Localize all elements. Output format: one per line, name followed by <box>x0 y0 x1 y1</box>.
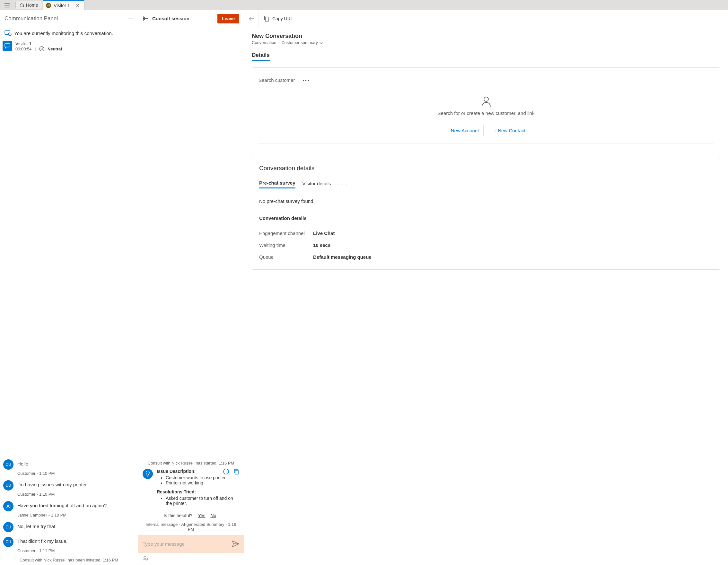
helpful-yes[interactable]: Yes <box>198 513 206 518</box>
resolution-item: Asked customer to turn off and on the pr… <box>166 496 239 506</box>
detail-key: Waiting time <box>259 243 313 248</box>
chat-message: CUNo, let me try that. <box>3 522 135 532</box>
svg-point-4 <box>39 47 44 51</box>
message-input[interactable] <box>143 541 232 547</box>
issue-item: Customer wants to use printer. <box>166 475 239 480</box>
collapse-panel-button[interactable]: — <box>127 15 133 22</box>
copy-url-label: Copy URL <box>272 16 293 21</box>
new-account-button[interactable]: + New Account <box>442 125 484 136</box>
arrow-left-icon <box>249 16 254 21</box>
sentiment-neutral-icon <box>39 46 44 51</box>
customer-card: Search customer --- Search for or create… <box>252 67 720 152</box>
chat-message: CUThat didn't fix my issue. <box>3 537 135 547</box>
detail-value: Live Chat <box>313 231 335 236</box>
resolutions-heading: Resolutions Tried: <box>157 489 239 494</box>
subtab-visitor-details[interactable]: Visitor details <box>303 181 331 188</box>
conv-card-title: Conversation details <box>259 165 713 172</box>
message-meta: Jamie Campbell - 1:10 PM <box>17 513 135 517</box>
ai-suggestion-icon <box>143 469 153 479</box>
form-selector[interactable]: Customer summary <box>281 40 323 45</box>
svg-point-11 <box>484 97 488 102</box>
message-text: No, let me try that. <box>17 522 57 532</box>
copy-icon[interactable] <box>233 469 239 474</box>
session-name: Visitor 1 <box>15 41 62 46</box>
search-customer-value[interactable]: --- <box>303 78 310 83</box>
avatar: JC <box>3 501 13 511</box>
record-title: New Conversation <box>252 33 720 40</box>
entity-name: Conversation <box>252 40 276 45</box>
app-tab-bar: Home V1 Visitor 1 ✕ <box>0 0 728 10</box>
message-text: That didn't fix my issue. <box>17 537 67 547</box>
visitor-tab-label: Visitor 1 <box>54 3 70 8</box>
comm-panel-title: Communication Panel <box>4 15 58 22</box>
empty-customer-msg: Search for or create a new customer, and… <box>259 110 714 116</box>
helpful-prompt: Is this helpful? Yes No <box>143 513 239 518</box>
chat-channel-icon <box>3 41 12 51</box>
subtab-prechat[interactable]: Pre-chat survey <box>259 180 295 189</box>
sentiment-label: Neutral <box>48 47 62 51</box>
system-message: Consult with Nick Russell has been initi… <box>3 558 135 562</box>
visitor-tab[interactable]: V1 Visitor 1 ✕ <box>43 0 84 10</box>
svg-rect-10 <box>265 17 269 21</box>
detail-key: Engagement channel <box>259 231 313 236</box>
chat-message: CUI'm having issues with my printer <box>3 480 135 490</box>
monitoring-text: You are currently monitoring this conver… <box>14 31 113 36</box>
consult-title: Consult session <box>152 16 189 21</box>
menu-icon <box>4 3 10 7</box>
avatar: CU <box>3 459 13 470</box>
tab-details[interactable]: Details <box>252 52 270 61</box>
svg-point-6 <box>42 48 43 48</box>
conv-detail-heading: Conversation details <box>259 216 713 221</box>
detail-value: 10 secs <box>313 243 330 248</box>
copy-url-icon <box>264 16 270 22</box>
detail-row: Waiting time10 secs <box>259 239 713 251</box>
add-person-icon[interactable] <box>143 556 149 561</box>
hamburger-menu[interactable] <box>0 0 14 10</box>
avatar: CU <box>3 480 13 490</box>
back-button[interactable] <box>244 10 259 27</box>
no-prechat-msg: No pre-chat survey found <box>259 199 713 204</box>
send-icon[interactable] <box>232 541 239 547</box>
chat-message: JCHave you tried turning it off and on a… <box>3 501 135 511</box>
home-icon <box>20 3 24 7</box>
message-text: Have you tried turning it off and on aga… <box>17 501 107 511</box>
comm-panel-header: Communication Panel — <box>0 10 138 27</box>
active-session-row[interactable]: Visitor 1 00:00:54 | Neutral <box>0 39 138 51</box>
new-contact-button[interactable]: + New Contact <box>489 125 530 136</box>
message-text: I'm having issues with my printer <box>17 480 87 490</box>
info-icon[interactable] <box>223 469 229 474</box>
session-timer: 00:00:54 <box>15 47 32 51</box>
copy-url-button[interactable]: Copy URL <box>259 16 298 22</box>
compose-box[interactable] <box>138 535 244 553</box>
svg-rect-3 <box>5 44 10 47</box>
chat-transcript[interactable]: CUHelloCustomer - 1:10 PMCUI'm having is… <box>0 51 138 565</box>
detail-key: Queue <box>259 254 313 260</box>
monitor-icon <box>4 30 12 36</box>
detail-value: Default messaging queue <box>313 254 372 260</box>
back-to-start-icon[interactable] <box>143 16 148 21</box>
leave-button[interactable]: Leave <box>217 14 239 23</box>
chevron-down-icon <box>320 42 323 44</box>
detail-row: Engagement channelLive Chat <box>259 227 713 239</box>
home-tab[interactable]: Home <box>15 1 42 9</box>
person-icon <box>481 96 491 107</box>
message-text: Hello <box>17 459 28 470</box>
message-meta: Customer - 1:10 PM <box>17 471 135 476</box>
consult-started-msg: Consult with Nick Russell has started. 1… <box>143 461 239 465</box>
svg-point-9 <box>144 556 146 559</box>
detail-row: QueueDefault messaging queue <box>259 251 713 263</box>
issue-list: Customer wants to use printer.Printer no… <box>157 475 239 485</box>
ai-summary-meta: Internal message - AI-generated Summary … <box>143 522 239 532</box>
svg-point-5 <box>41 48 41 48</box>
visitor-badge: V1 <box>46 3 51 8</box>
close-tab-button[interactable]: ✕ <box>73 3 83 8</box>
monitoring-banner: You are currently monitoring this conver… <box>0 27 138 39</box>
issue-item: Printer not working. <box>166 480 239 485</box>
helpful-no[interactable]: No <box>211 513 216 518</box>
resolutions-list: Asked customer to turn off and on the pr… <box>157 496 239 506</box>
message-meta: Customer - 1:10 PM <box>17 492 135 497</box>
conversation-details-card: Conversation details Pre-chat survey Vis… <box>252 158 720 270</box>
subtab-more[interactable]: . . . <box>338 181 348 188</box>
compose-toolbar <box>138 553 244 565</box>
avatar: CU <box>3 537 13 547</box>
